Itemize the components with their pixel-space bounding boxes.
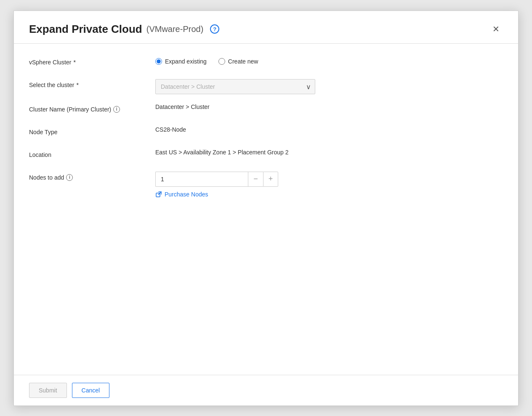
nodes-to-add-control: − + Purchase Nodes: [155, 172, 503, 198]
dialog-header: Expand Private Cloud (VMware-Prod) ? ✕: [14, 11, 518, 44]
nodes-to-add-label: Nodes to add i: [29, 172, 155, 181]
help-icon[interactable]: ?: [210, 24, 219, 34]
expand-private-cloud-dialog: Expand Private Cloud (VMware-Prod) ? ✕ v…: [13, 11, 519, 406]
dialog-title-main: Expand Private Cloud: [29, 23, 142, 36]
vsphere-cluster-label: vSphere Cluster *: [29, 56, 155, 66]
nodes-input[interactable]: [155, 172, 248, 187]
close-button[interactable]: ✕: [489, 23, 503, 35]
submit-button[interactable]: Submit: [29, 383, 67, 398]
cluster-name-value: Datacenter > Cluster: [155, 103, 503, 110]
select-cluster-control: Datacenter > Cluster ∨: [155, 79, 503, 94]
vsphere-cluster-row: vSphere Cluster * Expand existing Create…: [29, 56, 503, 70]
select-wrapper: Datacenter > Cluster ∨: [155, 79, 315, 94]
expand-existing-radio[interactable]: [155, 58, 162, 65]
location-row: Location East US > Availability Zone 1 >…: [29, 149, 503, 162]
external-link-icon: [155, 191, 162, 198]
purchase-nodes-link[interactable]: Purchase Nodes: [155, 191, 503, 198]
node-type-label: Node Type: [29, 126, 155, 135]
required-marker: *: [73, 59, 75, 66]
location-value: East US > Availability Zone 1 > Placemen…: [155, 149, 503, 156]
select-cluster-row: Select the cluster * Datacenter > Cluste…: [29, 79, 503, 94]
nodes-increment-button[interactable]: +: [263, 172, 278, 187]
vsphere-cluster-radio-group: Expand existing Create new: [155, 56, 503, 65]
cluster-name-info-icon[interactable]: i: [113, 106, 120, 113]
cluster-select[interactable]: Datacenter > Cluster: [155, 79, 315, 94]
cluster-name-label: Cluster Name (Primary Cluster) i: [29, 103, 155, 113]
location-label: Location: [29, 149, 155, 158]
nodes-info-icon[interactable]: i: [66, 174, 73, 181]
node-type-row: Node Type CS28-Node: [29, 126, 503, 140]
nodes-stepper: − +: [155, 172, 282, 187]
create-new-radio-label[interactable]: Create new: [218, 58, 258, 65]
dialog-title: Expand Private Cloud (VMware-Prod) ?: [29, 23, 219, 36]
dialog-footer: Submit Cancel: [14, 375, 518, 405]
create-new-radio[interactable]: [218, 58, 225, 65]
dialog-title-sub: (VMware-Prod): [146, 24, 204, 34]
expand-existing-radio-label[interactable]: Expand existing: [155, 58, 207, 65]
select-cluster-label: Select the cluster *: [29, 79, 155, 88]
required-marker-2: *: [76, 82, 78, 88]
nodes-decrement-button[interactable]: −: [248, 172, 263, 187]
dialog-body: vSphere Cluster * Expand existing Create…: [14, 44, 518, 375]
cluster-name-row: Cluster Name (Primary Cluster) i Datacen…: [29, 103, 503, 117]
purchase-nodes-label: Purchase Nodes: [165, 191, 208, 198]
nodes-to-add-row: Nodes to add i − +: [29, 172, 503, 198]
node-type-value: CS28-Node: [155, 126, 503, 133]
cancel-button[interactable]: Cancel: [72, 383, 110, 398]
